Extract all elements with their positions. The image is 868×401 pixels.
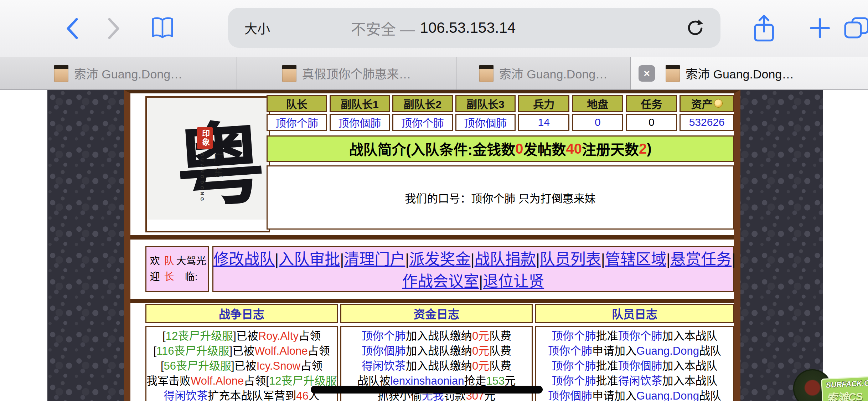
new-tab-button[interactable] [810,18,830,38]
log-line: [56丧尸升级服]已被Icy.Snow占领 [146,359,337,374]
member-log-title: 队员日志 [535,304,734,323]
bookmarks-button[interactable] [151,16,174,41]
log-line: 顶你個肺加入战队缴纳0元队费 [341,344,532,359]
plus-icon [810,18,830,38]
chevron-left-icon [64,17,81,40]
tab-1[interactable]: 索沛 Guang.Dong… [0,57,237,89]
home-indicator [311,386,543,394]
log-line: 顶你个肺批准顶你個肺加入本战队 [536,359,733,374]
tabs-icon [844,16,868,40]
nav-link-join-approval[interactable]: 入队审批 [279,251,340,268]
roster-deputy2-link[interactable]: 顶你个肺 [392,114,453,131]
red-seal-stamp: 印象 [197,127,213,149]
log-line: 得闲饮茶加入战队缴纳0元队费 [341,359,532,374]
welcome-label: 欢迎队长大驾光临: [145,246,209,292]
tabs-overview-button[interactable] [844,16,868,40]
tab-3[interactable]: 索沛 Guang.Dong… [456,57,631,89]
roster-header-deputy3: 副队长3 [455,95,516,112]
roster-deputy1-link[interactable]: 顶你個肺 [330,114,390,131]
roster-deputy3-link[interactable]: 顶你個肺 [455,114,516,131]
tab-title: 索沛 Guang.Dong… [74,65,182,82]
reload-icon [686,19,704,37]
close-tab-button[interactable]: × [639,65,655,82]
log-line: [12丧尸升级服]已被Roy.Alty占领 [146,329,337,344]
nav-link-edit-clan[interactable]: 修改战队 [213,251,275,268]
site-favicon [54,65,68,82]
tab-title: 索沛 Guang.Dong… [686,65,794,82]
roster-territory-value: 0 [572,114,623,131]
nav-link-bonus[interactable]: 派发奖金 [409,251,471,268]
tab-title: 索沛 Guang.Dong… [499,65,608,82]
clan-roster-table: 队长 副队长1 副队长2 副队长3 兵力 地盘 任务 资产 顶你个肺 顶你個肺 … [267,95,734,131]
log-line: 我军击败Wolf.Alone占领[12丧尸升级服] [146,374,337,389]
tab-bar: 索沛 Guang.Dong… 真假顶你个肺惠来… 索沛 Guang.Dong… … [0,57,868,90]
money-log-title: 资金日志 [340,304,533,323]
roster-header-troops: 兵力 [518,95,569,112]
log-line: [116丧尸升级服]已被Wolf.Alone占领 [146,344,337,359]
log-line: 顶你个肺加入战队缴纳0元队费 [341,329,532,344]
log-line: 顶你個肺申请加入Guang.Dong战队 [536,389,733,401]
address-bar[interactable]: 大小 不安全 — 106.53.153.14 [228,8,720,48]
tab-2[interactable]: 真假顶你个肺惠来… [237,57,456,89]
safari-window: 大小 不安全 — 106.53.153.14 [0,0,868,401]
log-line: 顶你个肺批准得闲饮茶加入本战队 [536,374,733,389]
roster-header-deputy1: 副队长1 [330,95,390,112]
tab-4-active[interactable]: × 索沛 Guang.Dong… [631,57,868,89]
nav-link-purge-members[interactable]: 清理门户 [344,251,405,268]
nav-link-war-room[interactable]: 作战会议室 [402,273,479,290]
clan-admin-menu: 修改战队|入队审批|清理门户|派发奖金|战队捐款|队员列表|管辖区域|悬赏任务|… [212,246,734,292]
guangdong-cn-label: 广东 [210,153,224,182]
guangdong-en-label: GUANGDONG [200,153,205,203]
menu-row-2: 作战会议室|退位让贤 [213,270,733,292]
roster-header-deputy2: 副队长2 [392,95,453,112]
site-favicon [282,65,296,82]
log-line: 得闲饮茶扩充本战队军营到46人 [146,389,337,401]
url-host: 106.53.153.14 [420,19,516,36]
roster-troops-value: 14 [518,114,569,131]
roster-header-assets: 资产 [680,95,734,112]
war-log-title: 战争日志 [145,304,338,323]
nav-link-member-list[interactable]: 队员列表 [540,251,601,268]
back-button[interactable] [64,17,81,40]
guangdong-calligraphy-image: 粤 印象 广东 GUANGDONG [148,98,268,220]
nav-link-bounty[interactable]: 悬赏任务 [670,251,732,268]
site-favicon [666,65,680,82]
roster-header-leader: 队长 [267,95,327,112]
section-divider [130,299,734,303]
clan-slogan: 我们的口号：顶你个肺 只为打倒惠来妹 [267,165,734,230]
url-text: 不安全 — 106.53.153.14 [228,8,639,48]
clan-intro-banner: 战队简介(入队条件:金钱数0 发帖数40 注册天数2) [267,135,734,162]
war-log-list: [12丧尸升级服]已被Roy.Alty占领 [116丧尸升级服]已被Wolf.A… [145,326,338,401]
coin-icon [714,99,723,108]
nav-link-abdicate[interactable]: 退位让贤 [483,273,544,290]
not-secure-label: 不安全 — [351,17,415,39]
nav-link-territory[interactable]: 管辖区域 [605,251,666,268]
site-favicon [479,65,494,82]
share-icon [753,14,775,43]
book-icon [151,16,174,41]
log-line: 顶你个肺批准顶你个肺加入本战队 [536,329,733,344]
log-line: 顶你个肺申请加入Guang.Dong战队 [536,344,733,359]
menu-row-1: 修改战队|入队审批|清理门户|派发奖金|战队捐款|队员列表|管辖区域|悬赏任务| [213,248,733,270]
chevron-right-icon [105,17,122,40]
roster-leader-link[interactable]: 顶你个肺 [267,114,327,131]
content-frame: 粤 印象 广东 GUANGDONG 队长 副队长1 副队长2 副队长3 兵力 地… [124,90,740,401]
section-divider [130,235,734,240]
tab-title: 真假顶你个肺惠来… [302,65,411,82]
roster-tasks-value: 0 [626,114,677,131]
forward-button[interactable] [105,17,122,40]
clan-logo: 粤 印象 广东 GUANGDONG [145,96,270,232]
watermark-badge: SURFACK.COM 索滩CS [821,376,868,401]
member-log-list: 顶你个肺批准顶你个肺加入本战队 顶你个肺申请加入Guang.Dong战队 顶你个… [535,326,734,401]
safari-toolbar: 大小 不安全 — 106.53.153.14 [0,0,868,57]
roster-header-territory: 地盘 [572,95,623,112]
share-button[interactable] [753,14,775,43]
roster-assets-value: 532626 [680,114,734,131]
roster-header-tasks: 任务 [626,95,677,112]
web-page: 粤 印象 广东 GUANGDONG 队长 副队长1 副队长2 副队长3 兵力 地… [0,90,868,401]
nav-link-donation[interactable]: 战队捐款 [475,251,536,268]
reload-button[interactable] [686,19,704,37]
